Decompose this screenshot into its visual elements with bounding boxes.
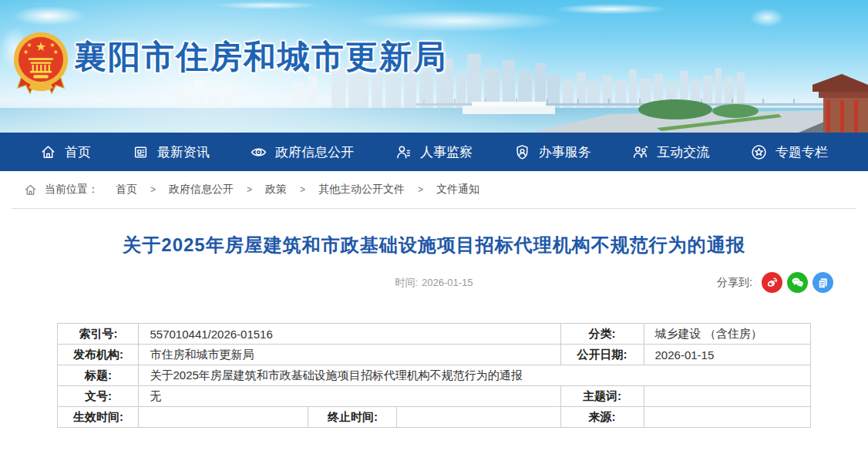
breadcrumb-link-policy[interactable]: 政策 xyxy=(265,183,287,197)
nav-item-topics[interactable]: 专题专栏 xyxy=(751,143,828,161)
meta-effective-value xyxy=(139,407,308,428)
svg-text:★: ★ xyxy=(49,42,55,49)
article-main: 关于2025年房屋建筑和市政基础设施项目招标代理机构不规范行为的通报 时间:20… xyxy=(0,233,868,428)
meta-index-label: 索引号: xyxy=(58,324,139,345)
meta-docno-value: 无 xyxy=(139,386,560,407)
meta-source-label: 来源: xyxy=(560,407,644,428)
copy-link-icon xyxy=(816,275,830,290)
share-weibo-button[interactable] xyxy=(762,272,782,293)
meta-keywords-value xyxy=(644,386,810,407)
meta-issuer-label: 发布机构: xyxy=(58,345,139,365)
meta-pubdate-label: 公开日期: xyxy=(560,345,644,365)
breadcrumb-link-document-notice[interactable]: 文件通知 xyxy=(436,183,479,197)
nav-item-services[interactable]: 办事服务 xyxy=(514,143,591,161)
svg-text:★: ★ xyxy=(26,42,32,49)
meta-pubdate-value: 2026-01-15 xyxy=(644,345,810,365)
share-bar: 分享到: xyxy=(717,272,833,293)
svg-text:★: ★ xyxy=(23,49,29,55)
site-title: 襄阳市住房和城市更新局 xyxy=(74,35,447,79)
share-copy-link-button[interactable] xyxy=(812,272,833,293)
shield-badge-icon xyxy=(514,144,530,160)
national-emblem-icon: ★ ★ ★ ★ ★ xyxy=(12,31,69,99)
wechat-icon xyxy=(790,275,805,290)
article-title: 关于2025年房屋建筑和市政基础设施项目招标代理机构不规范行为的通报 xyxy=(35,233,833,257)
nav-item-interaction[interactable]: 互动交流 xyxy=(632,143,709,161)
time-label: 时间: xyxy=(395,277,418,288)
main-navbar: 首页 最新资讯 政府信息公开 人事监察 办事服务 xyxy=(0,133,868,171)
meta-issuer-value: 市住房和城市更新局 xyxy=(139,345,560,365)
home-icon xyxy=(24,183,37,197)
nav-item-label: 人事监察 xyxy=(420,143,473,161)
news-icon xyxy=(133,144,149,160)
star-circle-icon xyxy=(751,144,767,160)
nav-item-info-disclosure[interactable]: 政府信息公开 xyxy=(251,143,354,161)
meta-docno-label: 文号: xyxy=(58,386,139,407)
meta-index-value: 557010441/2026-01516 xyxy=(139,324,560,345)
meta-expiry-value xyxy=(397,407,560,428)
nav-item-news[interactable]: 最新资讯 xyxy=(133,143,210,161)
share-label: 分享到: xyxy=(717,276,752,290)
meta-category-value: 城乡建设 （含住房） xyxy=(644,324,810,345)
page: ★ ★ ★ ★ ★ 襄阳市住房和城市更新局 首页 xyxy=(0,0,868,454)
table-row: 标题: 关于2025年房屋建筑和市政基础设施项目招标代理机构不规范行为的通报 xyxy=(58,365,810,386)
breadcrumb-link-info-disclosure[interactable]: 政府信息公开 xyxy=(169,183,234,197)
nav-item-home[interactable]: 首页 xyxy=(40,143,91,161)
breadcrumb-separator: > xyxy=(300,184,305,195)
meta-title-value: 关于2025年房屋建筑和市政基础设施项目招标代理机构不规范行为的通报 xyxy=(139,365,810,386)
breadcrumb-separator: > xyxy=(418,184,423,195)
article-meta-row: 时间:2026-01-15 分享到: xyxy=(0,271,868,294)
meta-expiry-label: 终止时间: xyxy=(308,407,397,428)
table-row: 索引号: 557010441/2026-01516 分类: 城乡建设 （含住房） xyxy=(58,324,810,345)
meta-source-value xyxy=(644,407,810,428)
nav-item-label: 办事服务 xyxy=(539,143,591,161)
svg-text:★: ★ xyxy=(53,49,59,55)
document-meta-table: 索引号: 557010441/2026-01516 分类: 城乡建设 （含住房）… xyxy=(57,323,810,428)
nav-item-label: 最新资讯 xyxy=(157,143,210,161)
nav-item-personnel[interactable]: 人事监察 xyxy=(395,143,473,161)
meta-title-label: 标题: xyxy=(58,365,139,386)
breadcrumb-wrap: 当前位置： 首页 > 政府信息公开 > 政策 > 其他主动公开文件 > 文件通知 xyxy=(0,171,868,209)
table-row: 发布机构: 市住房和城市更新局 公开日期: 2026-01-15 xyxy=(58,345,810,365)
breadcrumb-separator: > xyxy=(247,184,252,195)
time-value: 2026-01-15 xyxy=(422,277,473,288)
breadcrumb-separator: > xyxy=(150,184,156,195)
nav-item-label: 政府信息公开 xyxy=(275,143,354,161)
share-wechat-button[interactable] xyxy=(787,272,808,293)
eye-icon xyxy=(251,144,267,160)
table-row: 文号: 无 主题词: xyxy=(58,386,810,407)
svg-text:★: ★ xyxy=(35,40,46,53)
breadcrumb-link-home[interactable]: 首页 xyxy=(116,183,137,197)
people-chat-icon xyxy=(632,144,648,160)
nav-item-label: 专题专栏 xyxy=(775,143,828,161)
breadcrumb: 当前位置： 首页 > 政府信息公开 > 政策 > 其他主动公开文件 > 文件通知 xyxy=(12,171,856,209)
person-icon xyxy=(395,144,412,160)
meta-effective-label: 生效时间: xyxy=(58,407,139,428)
breadcrumb-prefix: 当前位置： xyxy=(45,183,99,197)
meta-keywords-label: 主题词: xyxy=(560,386,644,407)
breadcrumb-link-other-public-docs[interactable]: 其他主动公开文件 xyxy=(318,183,405,197)
weibo-icon xyxy=(765,275,779,290)
table-row: 生效时间: 终止时间: 来源: xyxy=(58,407,810,428)
meta-category-label: 分类: xyxy=(560,324,644,345)
nav-item-label: 首页 xyxy=(65,143,91,161)
site-banner: ★ ★ ★ ★ ★ 襄阳市住房和城市更新局 xyxy=(0,0,868,133)
nav-item-label: 互动交流 xyxy=(657,143,709,161)
home-icon xyxy=(40,144,56,160)
